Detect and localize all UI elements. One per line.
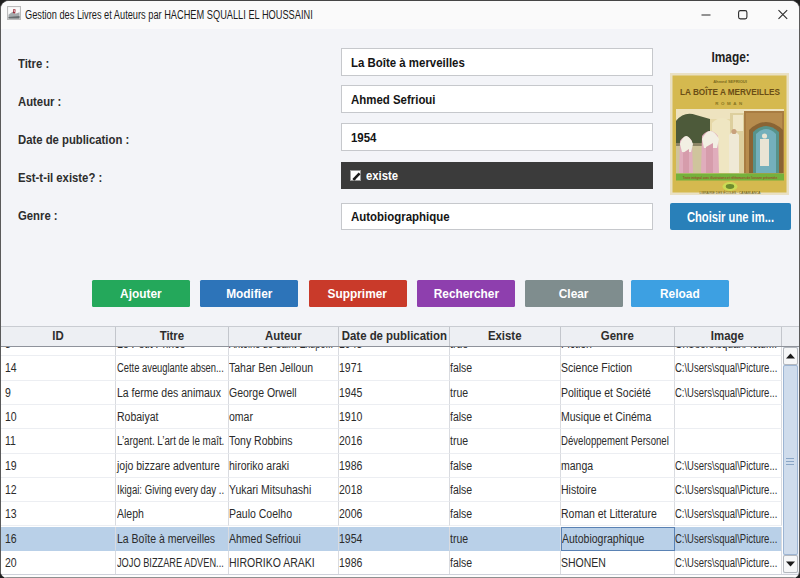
svg-text:LA BOÎTE A MERVEILLES: LA BOÎTE A MERVEILLES [680,86,780,97]
svg-text:LIBRAIRIE DES ÉCOLES · CASABLA: LIBRAIRIE DES ÉCOLES · CASABLANCA [700,190,762,195]
svg-text:ROMAN: ROMAN [715,101,745,106]
svg-text:Texte intégral avec illustrati: Texte intégral avec illustrations et réf… [683,176,778,180]
svg-text:Ahmed SEFRIOUI: Ahmed SEFRIOUI [713,79,747,84]
